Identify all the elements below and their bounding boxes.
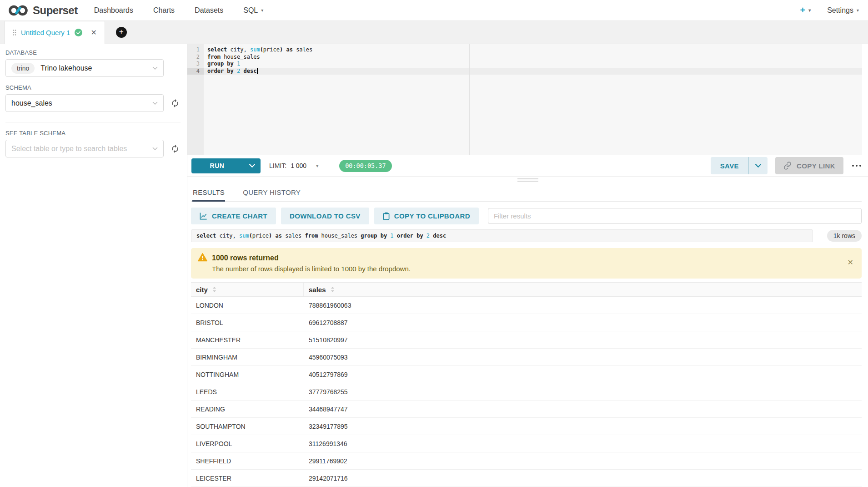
table-cell: NOTTINGHAM (191, 371, 304, 378)
table-select[interactable]: Select table or type to search tables (5, 140, 164, 157)
create-chart-label: CREATE CHART (212, 212, 267, 220)
editor-code-line[interactable]: from house_sales (204, 54, 862, 61)
column-label: city (196, 286, 208, 294)
limit-dropdown[interactable]: LIMIT: 1 000 ▾ (269, 162, 318, 169)
editor-toolbar: RUN LIMIT: 1 000 ▾ 00:00:05.37 SAVE (187, 155, 868, 177)
nav-item-datasets[interactable]: Datasets (195, 6, 223, 15)
table-cell: BRISTOL (191, 319, 304, 326)
warning-icon (198, 253, 207, 262)
schema-value: house_sales (11, 99, 52, 107)
database-engine-badge: trino (11, 63, 35, 74)
table-cell: 51510820997 (304, 336, 353, 344)
table-cell: 788861960063 (304, 302, 356, 309)
column-header-sales[interactable]: sales (304, 283, 340, 296)
query-tab-active[interactable]: Untitled Query 1 ✕ (5, 21, 105, 44)
copy-clipboard-button[interactable]: COPY TO CLIPBOARD (374, 208, 479, 224)
settings-menu[interactable]: Settings ▾ (827, 6, 859, 15)
save-button-group[interactable]: SAVE (711, 157, 768, 174)
table-row: NOTTINGHAM40512797869 (191, 366, 862, 383)
download-csv-label: DOWNLOAD TO CSV (290, 212, 361, 220)
editor-code-line[interactable]: group by 1 (204, 61, 862, 68)
database-value: Trino lakehouse (40, 64, 92, 72)
run-button[interactable]: RUN (191, 158, 243, 173)
table-cell: READING (191, 406, 304, 413)
column-header-city[interactable]: city (191, 283, 304, 296)
chevron-down-icon (152, 147, 158, 150)
query-preview-code: select city, sum(price) as sales from ho… (191, 229, 813, 242)
more-options-button[interactable] (851, 162, 862, 169)
table-cell: 31126991346 (304, 440, 352, 447)
superset-logo-icon (7, 5, 29, 16)
editor-line-number: 2 (187, 54, 204, 61)
table-row: LIVERPOOL31126991346 (191, 435, 862, 452)
print-margin-line (469, 44, 470, 155)
nav-item-charts[interactable]: Charts (153, 6, 175, 15)
editor-line-number: 4 (187, 68, 204, 75)
refresh-schemas-button[interactable] (171, 99, 180, 108)
refresh-tables-button[interactable] (171, 144, 180, 153)
table-cell: 45960075093 (304, 354, 353, 361)
editor-code[interactable]: select city, sum(price) as salesfrom hou… (204, 44, 862, 155)
results-table-head: citysales (191, 282, 862, 297)
tab-results[interactable]: RESULTS (192, 186, 225, 202)
editor-code-line[interactable]: select city, sum(price) as sales (204, 46, 862, 54)
table-cell: LEICESTER (191, 475, 304, 482)
table-row: READING34468947747 (191, 401, 862, 418)
alert-close-icon[interactable]: ✕ (848, 258, 853, 267)
add-tab-button[interactable]: + (116, 27, 127, 38)
run-button-group[interactable]: RUN (191, 158, 261, 173)
save-button[interactable]: SAVE (711, 157, 748, 174)
table-row: LEICESTER29142071716 (191, 470, 862, 487)
download-csv-button[interactable]: DOWNLOAD TO CSV (281, 208, 369, 224)
close-tab-icon[interactable]: ✕ (90, 28, 96, 37)
schema-label: SCHEMA (5, 84, 181, 91)
create-chart-button[interactable]: CREATE CHART (191, 208, 276, 224)
refresh-icon (171, 99, 180, 108)
plus-icon: + (800, 5, 805, 15)
editor-line-number: 3 (187, 61, 204, 68)
rows-count-badge: 1k rows (827, 230, 862, 242)
refresh-icon (171, 144, 180, 153)
table-row: SHEFFIELD29911769902 (191, 452, 862, 470)
results-actions: CREATE CHART DOWNLOAD TO CSV COPY TO CLI… (191, 208, 862, 224)
copy-link-button[interactable]: COPY LINK (775, 157, 843, 174)
top-navbar: Superset Dashboards Charts Datasets SQL … (0, 0, 868, 21)
results-tabs: RESULTS QUERY HISTORY (191, 186, 862, 202)
save-options-button[interactable] (748, 157, 768, 174)
caret-down-icon: ▾ (316, 163, 318, 168)
chart-icon (200, 212, 207, 220)
caret-down-icon: ▾ (808, 8, 811, 13)
splitter-handle-icon (517, 178, 538, 182)
superset-brand[interactable]: Superset (7, 4, 78, 17)
editor-line-number: 1 (187, 46, 204, 54)
filter-results-input[interactable] (488, 208, 862, 224)
query-tab-label: Untitled Query 1 (21, 29, 70, 36)
table-cell: LEEDS (191, 388, 304, 396)
nav-item-dashboards[interactable]: Dashboards (94, 6, 133, 15)
table-cell: 29911769902 (304, 457, 352, 465)
schema-select[interactable]: house_sales (5, 94, 164, 112)
sql-editor[interactable]: 1234 select city, sum(price) as salesfro… (187, 44, 862, 155)
tab-query-history[interactable]: QUERY HISTORY (242, 186, 301, 201)
nav-item-sql-label: SQL (243, 6, 258, 15)
editor-code-line[interactable]: order by 2 desc (204, 68, 862, 75)
sql-sidebar: DATABASE trino Trino lakehouse SCHEMA ho… (0, 44, 187, 487)
sort-icon (331, 286, 335, 293)
pane-splitter[interactable] (187, 177, 868, 183)
chevron-down-icon (249, 164, 255, 167)
database-label: DATABASE (5, 49, 181, 56)
table-cell: 37779768255 (304, 388, 353, 396)
table-row: SOUTHAMPTON32349177895 (191, 418, 862, 435)
rows-limit-alert: 1000 rows returned The number of rows di… (191, 248, 862, 279)
table-row: BIRMINGHAM45960075093 (191, 349, 862, 366)
main-area: DATABASE trino Trino lakehouse SCHEMA ho… (0, 44, 868, 487)
table-schema-label: SEE TABLE SCHEMA (5, 130, 181, 137)
table-cell: 34468947747 (304, 406, 353, 413)
run-options-button[interactable] (243, 158, 261, 173)
editor-gutter: 1234 (187, 44, 204, 155)
new-item-button[interactable]: + ▾ (800, 5, 811, 15)
results-table-body: LONDON788861960063BRISTOL69612708887MANC… (191, 297, 862, 487)
nav-item-sql[interactable]: SQL ▾ (243, 6, 263, 15)
database-select[interactable]: trino Trino lakehouse (5, 59, 164, 77)
clipboard-icon (383, 212, 390, 220)
